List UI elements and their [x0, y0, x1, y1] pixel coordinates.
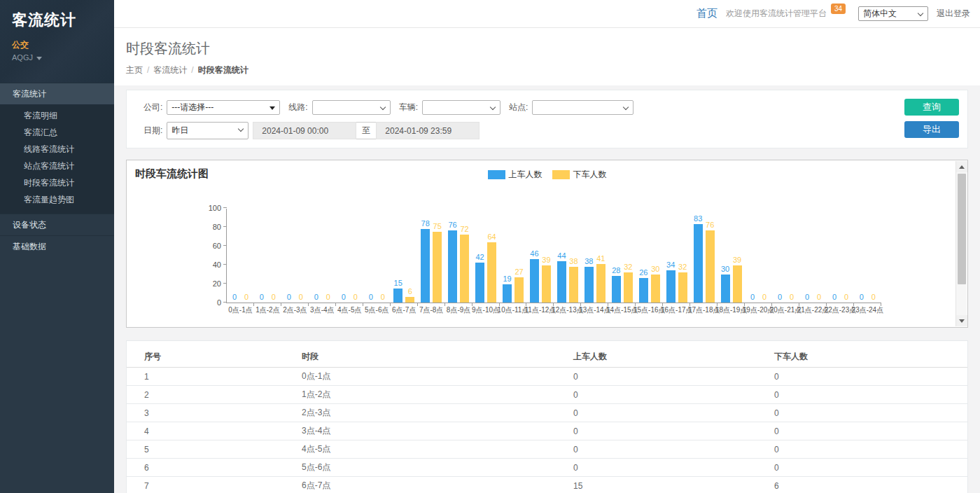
table-row: 10点-1点00: [127, 368, 967, 386]
welcome-text: 欢迎使用客流统计管理平台: [726, 8, 827, 20]
data-table: 序号时段上车人数下车人数 10点-1点0021点-2点0032点-3点0043点…: [126, 340, 968, 493]
bar-下车人数[interactable]: [624, 272, 633, 303]
bar-value-label: 0: [762, 293, 766, 301]
bar-上车人数[interactable]: [612, 276, 621, 303]
bar-上车人数[interactable]: [694, 224, 703, 303]
bar-下车人数[interactable]: [596, 264, 606, 303]
sidebar-item-base-data[interactable]: 基础数据: [0, 235, 114, 257]
bar-column: 0: [296, 209, 305, 303]
bar-column: 38: [569, 209, 578, 303]
filter-panel: 公司: ---请选择--- 线路: 车辆: 站点:: [126, 90, 968, 148]
bar-下车人数[interactable]: [733, 265, 742, 303]
company-select[interactable]: ---请选择---: [167, 100, 280, 115]
x-axis-label: 1点-2点: [255, 305, 279, 315]
sidebar-item-passenger-detail[interactable]: 客流明细: [0, 107, 114, 124]
station-select[interactable]: [532, 100, 634, 115]
sidebar-item-period-passenger-stats[interactable]: 时段客流统计: [0, 174, 114, 191]
date-end-input[interactable]: 2024-01-09 23:59: [376, 122, 479, 139]
legend-item-boarding[interactable]: 上车人数: [488, 169, 542, 181]
company-label: 公司:: [144, 102, 162, 113]
line-select[interactable]: [312, 100, 391, 115]
scrollbar-thumb[interactable]: [958, 174, 966, 284]
sidebar-item-passenger-stats[interactable]: 客流统计: [0, 83, 114, 104]
station-label: 站点:: [509, 102, 528, 113]
bar-下车人数[interactable]: [405, 297, 414, 303]
sidebar-item-line-passenger-stats[interactable]: 线路客流统计: [0, 141, 114, 158]
table-cell: 6: [774, 481, 967, 491]
bar-下车人数[interactable]: [487, 242, 496, 303]
date-preset-select[interactable]: 昨日: [167, 122, 248, 139]
bar-value-label: 0: [381, 293, 385, 301]
bar-value-label: 0: [369, 293, 373, 301]
bar-上车人数[interactable]: [530, 259, 539, 303]
bar-上车人数[interactable]: [639, 278, 648, 303]
language-select[interactable]: 简体中文: [858, 6, 928, 21]
scrollbar-down-button[interactable]: [956, 315, 967, 326]
table-cell: 6点-7点: [302, 480, 573, 492]
x-axis-label: 9点-10点: [472, 305, 500, 315]
org-code-dropdown[interactable]: AQGJ: [12, 53, 114, 62]
bar-column: 34: [666, 209, 676, 303]
bar-value-label: 0: [342, 293, 346, 301]
bar-value-label: 0: [778, 293, 782, 301]
bar-上车人数[interactable]: [721, 275, 730, 303]
bar-上车人数[interactable]: [503, 284, 512, 303]
date-preset-value: 昨日: [172, 125, 188, 137]
notification-badge[interactable]: 34: [831, 4, 846, 14]
x-axis-label: 3点-4点: [310, 305, 334, 315]
sidebar-item-passenger-trend-chart[interactable]: 客流量趋势图: [0, 191, 114, 208]
bar-上车人数[interactable]: [421, 229, 430, 303]
bar-上车人数[interactable]: [393, 289, 402, 303]
table-cell: 4: [144, 426, 302, 436]
bar-上车人数[interactable]: [557, 261, 566, 303]
bar-group: 443812点-13点: [554, 209, 581, 303]
bar-下车人数[interactable]: [706, 230, 715, 303]
bar-value-label: 0: [244, 293, 248, 301]
bar-上车人数[interactable]: [666, 270, 676, 303]
bar-group: 001点-2点: [254, 209, 281, 303]
x-axis-label: 6点-7点: [392, 305, 416, 315]
bar-上车人数[interactable]: [448, 230, 457, 303]
bar-下车人数[interactable]: [460, 235, 469, 303]
table-header-cell: 上车人数: [573, 351, 774, 363]
export-button[interactable]: 导出: [904, 121, 959, 138]
legend-item-alighting[interactable]: 下车人数: [552, 169, 607, 181]
bar-下车人数[interactable]: [651, 275, 660, 303]
bar-value-label: 0: [354, 293, 358, 301]
bar-下车人数[interactable]: [514, 277, 524, 303]
bar-group: 192710点-11点: [500, 209, 527, 303]
home-link[interactable]: 首页: [696, 7, 718, 20]
bar-group: 837617点-18点: [690, 209, 718, 303]
logout-link[interactable]: 退出登录: [937, 8, 970, 20]
sidebar-item-station-passenger-stats[interactable]: 站点客流统计: [0, 158, 114, 174]
bar-column: 0: [378, 209, 387, 303]
bar-group: 463911点-12点: [526, 209, 554, 303]
bar-value-label: 0: [805, 293, 809, 301]
sidebar: 客流统计 公交 AQGJ 客流统计客流明细客流汇总线路客流统计站点客流统计时段客…: [0, 0, 114, 493]
bar-上车人数[interactable]: [475, 263, 484, 303]
bar-下车人数[interactable]: [542, 265, 551, 303]
chart-scrollbar[interactable]: [955, 161, 967, 326]
bar-下车人数[interactable]: [569, 267, 578, 303]
bar-上车人数[interactable]: [584, 267, 594, 303]
bar-column: 76: [448, 209, 457, 303]
bar-value-label: 27: [514, 268, 523, 276]
bar-column: 19: [503, 209, 512, 303]
bar-下车人数[interactable]: [678, 272, 687, 303]
bar-group: 0021点-22点: [799, 209, 827, 303]
breadcrumb-home[interactable]: 主页: [126, 65, 143, 75]
date-start-input[interactable]: 2024-01-09 00:00: [253, 122, 356, 139]
breadcrumb-section[interactable]: 客流统计: [153, 65, 187, 75]
bar-value-label: 0: [872, 293, 876, 301]
bar-column: 0: [776, 209, 785, 303]
query-button[interactable]: 查询: [904, 99, 959, 116]
table-cell: 0: [774, 390, 967, 400]
bar-column: 38: [584, 209, 594, 303]
chevron-down-icon: [490, 104, 496, 110]
y-axis-tick-label: 80: [199, 223, 221, 231]
vehicle-select[interactable]: [422, 100, 500, 115]
scrollbar-up-button[interactable]: [956, 161, 967, 172]
bar-下车人数[interactable]: [433, 232, 442, 303]
sidebar-item-passenger-summary[interactable]: 客流汇总: [0, 124, 114, 141]
sidebar-item-device-status[interactable]: 设备状态: [0, 214, 114, 235]
